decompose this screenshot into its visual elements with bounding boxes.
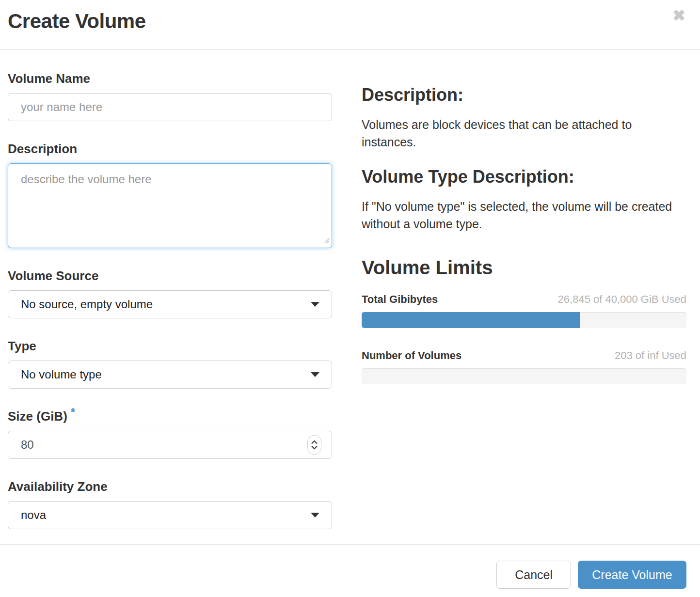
- size-input-wrap: [8, 431, 332, 459]
- volume-source-label: Volume Source: [8, 268, 332, 283]
- size-group: Size (GiB)*: [8, 409, 332, 459]
- availability-zone-group: Availability Zone nova: [8, 479, 332, 529]
- volume-source-select[interactable]: No source, empty volume: [8, 290, 332, 318]
- gibibytes-progress-bar: [362, 312, 686, 328]
- close-icon[interactable]: ✖: [672, 8, 685, 23]
- chevron-down-icon: [311, 513, 319, 518]
- modal-footer: Cancel Create Volume: [0, 544, 700, 597]
- volumes-progress-bar: [362, 368, 686, 384]
- type-value: No volume type: [21, 368, 102, 381]
- chevron-down-icon: [311, 446, 318, 450]
- limit-usage: 203 of inf Used: [615, 349, 686, 362]
- availability-zone-value: nova: [21, 508, 46, 522]
- size-label: Size (GiB)*: [8, 409, 332, 424]
- description-textarea[interactable]: [8, 163, 332, 248]
- type-group: Type No volume type: [8, 339, 332, 389]
- modal-title: Create Volume: [8, 10, 692, 33]
- volume-name-label: Volume Name: [8, 71, 332, 86]
- volume-name-group: Volume Name: [8, 71, 332, 121]
- chevron-down-icon: [311, 302, 319, 307]
- total-gibibytes-limit: Total Gibibytes 26,845 of 40,000 GiB Use…: [362, 293, 686, 328]
- chevron-down-icon: [311, 372, 319, 377]
- availability-zone-select[interactable]: nova: [8, 501, 332, 529]
- help-panel: Description: Volumes are block devices t…: [362, 71, 686, 544]
- volume-name-input[interactable]: [8, 93, 332, 121]
- availability-zone-label: Availability Zone: [8, 479, 332, 494]
- number-stepper[interactable]: [307, 435, 321, 455]
- volume-source-group: Volume Source No source, empty volume: [8, 268, 332, 318]
- volume-type-body: If "No volume type" is selected, the vol…: [362, 198, 686, 233]
- type-label: Type: [8, 339, 332, 354]
- cancel-button[interactable]: Cancel: [496, 561, 571, 589]
- volume-source-value: No source, empty volume: [21, 298, 153, 311]
- modal-header: Create Volume ✖: [0, 0, 700, 50]
- limit-label: Total Gibibytes: [362, 293, 438, 306]
- limit-label: Number of Volumes: [362, 349, 461, 362]
- description-label: Description: [8, 141, 332, 157]
- description-heading: Description:: [362, 85, 686, 105]
- create-volume-modal: Create Volume ✖ Volume Name Description: [0, 0, 700, 597]
- create-volume-button[interactable]: Create Volume: [578, 561, 686, 589]
- description-body: Volumes are block devices that can be at…: [362, 116, 686, 151]
- description-textarea-wrap: [8, 163, 332, 248]
- size-input[interactable]: [8, 431, 332, 459]
- required-asterisk: *: [71, 406, 75, 419]
- description-group: Description: [8, 141, 332, 248]
- limit-usage: 26,845 of 40,000 GiB Used: [558, 293, 686, 306]
- chevron-up-icon: [311, 440, 318, 444]
- volume-type-heading: Volume Type Description:: [362, 167, 686, 187]
- volume-form: Volume Name Description Volume Source: [8, 71, 332, 544]
- type-select[interactable]: No volume type: [8, 361, 332, 389]
- modal-body: Volume Name Description Volume Source: [0, 50, 700, 544]
- number-of-volumes-limit: Number of Volumes 203 of inf Used: [362, 349, 686, 384]
- progress-fill: [362, 312, 580, 328]
- volume-limits-heading: Volume Limits: [362, 257, 686, 279]
